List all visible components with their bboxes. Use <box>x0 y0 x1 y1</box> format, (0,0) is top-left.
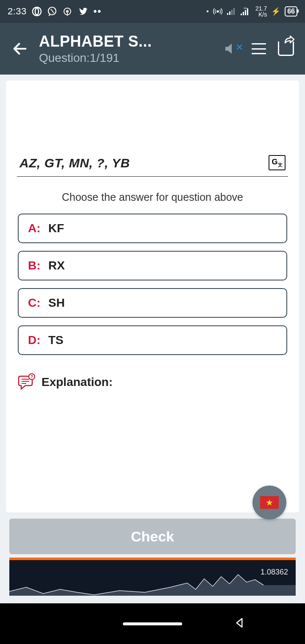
svg-text:?: ? <box>30 375 33 379</box>
option-letter: B: <box>28 259 48 272</box>
question-row: AZ, GT, MN, ?, YB G文 <box>17 155 288 177</box>
status-left: 2:33 •• <box>8 6 102 17</box>
option-letter: C: <box>28 296 48 310</box>
option-d[interactable]: D: TS <box>18 325 287 355</box>
check-button[interactable]: Check <box>9 519 296 554</box>
prompt-text: Choose the answer for question above <box>17 191 288 203</box>
system-back-button[interactable] <box>233 616 246 631</box>
appbar-actions: ✕ <box>221 39 300 58</box>
page-body: AZ, GT, MN, ?, YB G文 Choose the answer f… <box>0 75 305 603</box>
app-bar: ALPHABET S... Question:1/191 ✕ <box>0 23 305 75</box>
svg-rect-6 <box>227 13 228 15</box>
option-letter: A: <box>28 222 48 235</box>
svg-rect-13 <box>245 10 246 15</box>
battery-indicator: 66 <box>285 6 297 17</box>
hotspot-icon <box>213 7 222 16</box>
option-a[interactable]: A: KF <box>18 214 287 243</box>
question-counter: Question:1/191 <box>39 51 221 65</box>
option-text: SH <box>48 296 65 310</box>
translate-icon: G文 <box>272 158 282 168</box>
status-bar: 2:33 •• • H+ 21.7 K/s ⚡ 66 <box>0 0 305 23</box>
svg-point-1 <box>35 8 39 15</box>
explanation-row: ? Explanation: <box>17 373 288 391</box>
svg-rect-8 <box>231 10 233 15</box>
charging-icon: ⚡ <box>271 7 280 16</box>
menu-button[interactable] <box>252 43 266 54</box>
explanation-icon: ? <box>18 373 36 391</box>
question-card: AZ, GT, MN, ?, YB G文 Choose the answer f… <box>6 80 299 513</box>
home-indicator[interactable] <box>123 622 182 625</box>
vietnam-flag-icon: ★ <box>260 496 279 509</box>
back-button[interactable] <box>5 34 35 64</box>
dot-icon: • <box>206 8 209 15</box>
question-text: AZ, GT, MN, ?, YB <box>19 156 130 170</box>
option-text: KF <box>48 222 64 235</box>
svg-rect-7 <box>229 11 230 15</box>
twitter-icon <box>78 6 89 17</box>
translate-button[interactable]: G文 <box>269 155 286 170</box>
share-arrow-icon <box>284 36 294 44</box>
more-notifications-icon: •• <box>94 6 102 17</box>
triangle-back-icon <box>233 616 246 629</box>
option-letter: D: <box>28 333 48 347</box>
language-fab[interactable]: ★ <box>252 486 286 519</box>
appbar-titles: ALPHABET S... Question:1/191 <box>35 33 221 65</box>
system-nav-bar <box>0 603 305 644</box>
explanation-label: Explanation: <box>42 375 113 389</box>
status-right: • H+ 21.7 K/s ⚡ 66 <box>206 6 297 17</box>
svg-rect-14 <box>247 8 248 15</box>
menu-icon <box>252 43 266 44</box>
option-text: TS <box>48 333 64 347</box>
page-title: ALPHABET S... <box>39 33 221 50</box>
arrow-left-icon <box>11 40 28 57</box>
opera-icon <box>32 6 42 17</box>
mute-button[interactable]: ✕ <box>221 39 240 58</box>
svg-point-5 <box>216 10 219 13</box>
svg-rect-11 <box>241 14 242 15</box>
network-speed: 21.7 K/s <box>255 6 267 17</box>
whatsapp-icon <box>47 6 57 17</box>
signal2-icon: H+ <box>240 7 251 16</box>
option-text: RX <box>48 259 65 272</box>
check-label: Check <box>131 528 174 545</box>
svg-point-4 <box>66 10 69 13</box>
share-button[interactable] <box>278 42 294 56</box>
ad-chart-icon <box>9 570 296 596</box>
signal-icon <box>227 7 236 16</box>
svg-rect-9 <box>233 8 235 15</box>
svg-rect-12 <box>243 12 244 15</box>
option-b[interactable]: B: RX <box>18 251 287 280</box>
option-c[interactable]: C: SH <box>18 288 287 318</box>
ad-banner[interactable]: 1.08362 <box>9 558 296 596</box>
location-icon <box>62 6 72 17</box>
status-time: 2:33 <box>8 6 27 17</box>
options-list: A: KF B: RX C: SH D: TS <box>17 214 288 355</box>
mute-x-icon: ✕ <box>236 42 243 53</box>
